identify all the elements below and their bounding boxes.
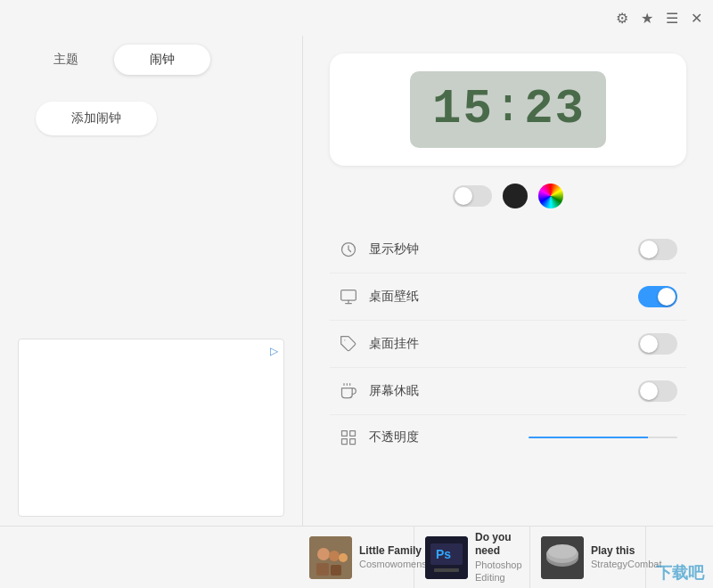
- screen-sleep-toggle[interactable]: [638, 380, 677, 402]
- title-bar: ⚙ ★ ☰ ✕: [0, 0, 713, 36]
- svg-rect-10: [350, 439, 356, 445]
- toggle-thumb: [640, 382, 658, 400]
- ad-thumbnail-photoshop: Ps: [425, 536, 468, 579]
- clock-colon: :: [494, 84, 522, 135]
- menu-icon[interactable]: ☰: [666, 10, 678, 27]
- setting-opacity: 不透明度: [330, 415, 686, 460]
- svg-point-13: [317, 548, 330, 560]
- svg-point-14: [329, 551, 340, 561]
- add-alarm-section: 添加闹钟: [0, 84, 302, 153]
- tag-icon: [339, 334, 358, 354]
- ad-icon: ▷: [270, 345, 278, 357]
- main-content: 主题 闹钟 添加闹钟 ▷ 1 5 : 2: [0, 36, 713, 526]
- monitor-icon: [339, 287, 358, 306]
- grid-icon: [339, 428, 358, 447]
- setting-show-seconds: 显示秒钟: [330, 226, 686, 274]
- clock-digit-1: 1: [432, 86, 461, 134]
- ad-area: ▷: [18, 339, 284, 517]
- digit-display: 1 5 : 2 3: [432, 84, 584, 135]
- svg-rect-8: [342, 431, 348, 437]
- setting-desktop-wallpaper: 桌面壁纸: [330, 274, 686, 321]
- desktop-wallpaper-toggle[interactable]: [638, 286, 677, 307]
- ad-strategy[interactable]: Play this StrategyCombat: [530, 527, 646, 588]
- ad-little-family[interactable]: Little Family Cosmowomens: [299, 527, 414, 588]
- ad-strategy-subtitle: StrategyCombat: [591, 558, 661, 570]
- clock-digit-3: 2: [524, 86, 553, 134]
- left-panel: 主题 闹钟 添加闹钟 ▷: [0, 36, 303, 526]
- show-seconds-toggle[interactable]: [638, 239, 677, 260]
- clock-digit-2: 5: [463, 86, 491, 134]
- svg-rect-17: [331, 565, 341, 576]
- screen-sleep-label: 屏幕休眠: [369, 383, 627, 399]
- toggle-thumb: [640, 335, 658, 353]
- color-theme-toggle[interactable]: [453, 185, 492, 207]
- settings-list: 显示秒钟 桌面壁纸: [330, 226, 686, 460]
- watermark: 下载吧: [656, 562, 704, 584]
- ad-photoshop[interactable]: Ps Do you need Photoshop Editing: [414, 527, 530, 588]
- add-alarm-button[interactable]: 添加闹钟: [36, 102, 157, 135]
- ad-thumbnail-family: [309, 536, 352, 579]
- clock-display-container: 1 5 : 2 3: [330, 53, 686, 166]
- opacity-label: 不透明度: [369, 429, 518, 445]
- toggle-thumb: [658, 288, 676, 306]
- show-seconds-label: 显示秒钟: [369, 241, 627, 257]
- clock-display: 1 5 : 2 3: [410, 71, 606, 148]
- clock-icon: [339, 240, 358, 259]
- rainbow-color-option[interactable]: [538, 184, 563, 208]
- ad-strategy-title: Play this: [591, 544, 661, 559]
- ad-photoshop-subtitle: Photoshop Editing: [475, 559, 522, 584]
- coffee-icon: [339, 381, 358, 401]
- svg-rect-1: [341, 290, 356, 301]
- app-window: ⚙ ★ ☰ ✕ 主题 闹钟 添加闹钟 ▷: [0, 0, 713, 588]
- opacity-slider[interactable]: [529, 437, 677, 438]
- ad-photoshop-title: Do you need: [475, 531, 522, 559]
- ad-strategy-text: Play this StrategyCombat: [591, 544, 661, 571]
- desktop-widget-toggle[interactable]: [638, 333, 677, 355]
- desktop-wallpaper-label: 桌面壁纸: [369, 289, 627, 305]
- desktop-widget-label: 桌面挂件: [369, 336, 627, 352]
- ad-photoshop-text: Do you need Photoshop Editing: [475, 531, 522, 584]
- color-toggle-thumb: [455, 187, 472, 205]
- toggle-thumb: [640, 241, 658, 258]
- svg-point-25: [548, 544, 577, 559]
- color-selector: [330, 184, 686, 208]
- svg-rect-11: [342, 439, 348, 445]
- tab-alarm[interactable]: 闹钟: [114, 45, 210, 75]
- tab-bar: 主题 闹钟: [0, 36, 302, 84]
- svg-rect-9: [350, 431, 356, 437]
- svg-text:Ps: Ps: [436, 547, 451, 561]
- tab-theme[interactable]: 主题: [18, 45, 114, 75]
- gear-icon[interactable]: ⚙: [616, 10, 628, 27]
- clock-digit-4: 3: [555, 86, 584, 134]
- setting-desktop-widget: 桌面挂件: [330, 321, 686, 368]
- star-icon[interactable]: ★: [641, 10, 653, 27]
- close-icon[interactable]: ✕: [691, 10, 702, 27]
- ad-thumbnail-strategy: [541, 536, 584, 579]
- bottom-ad-bar: Little Family Cosmowomens Ps Do you need…: [0, 526, 713, 588]
- svg-rect-21: [434, 568, 459, 572]
- black-color-option[interactable]: [503, 184, 528, 208]
- svg-rect-16: [316, 563, 329, 576]
- setting-screen-sleep: 屏幕休眠: [330, 368, 686, 415]
- right-panel: 1 5 : 2 3: [303, 36, 713, 526]
- svg-point-15: [339, 553, 348, 562]
